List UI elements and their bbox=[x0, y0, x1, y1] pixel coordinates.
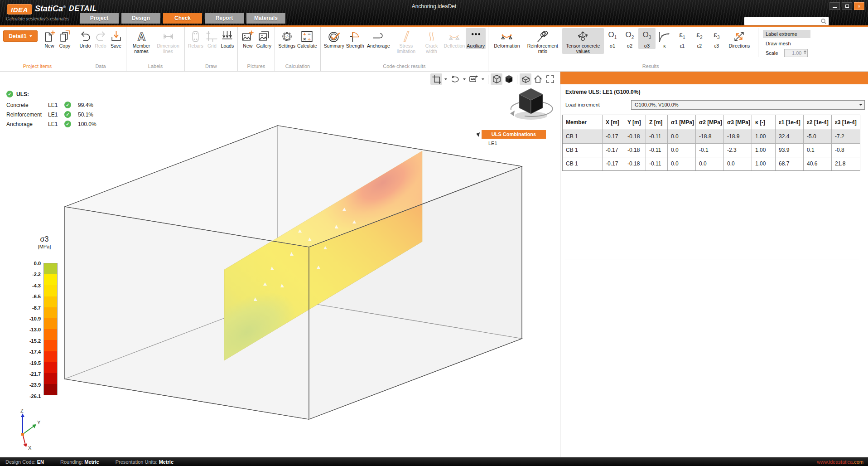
ribbon-item-undo[interactable]: Undo bbox=[77, 28, 93, 49]
detail-selector-button[interactable]: Detail1 bbox=[3, 30, 38, 42]
col-header[interactable]: σ1 [MPa] bbox=[668, 115, 696, 130]
scale-spinner[interactable] bbox=[804, 50, 806, 54]
wireframe-view-button[interactable] bbox=[491, 73, 502, 85]
ribbon-item-calculate[interactable]: +−×÷ Calculate bbox=[296, 28, 318, 49]
legend-band bbox=[44, 384, 57, 395]
col-header[interactable]: Y [m] bbox=[624, 115, 646, 130]
tab-project[interactable]: Project bbox=[80, 13, 119, 24]
table-row[interactable]: CB 1 -0.17 -0.18 -0.11 0.0 -18.8 -18.9 1… bbox=[563, 130, 860, 144]
legend-tick: -19.5 bbox=[17, 360, 41, 366]
section-crop-button[interactable] bbox=[430, 73, 442, 85]
col-header[interactable]: X [m] bbox=[603, 115, 624, 130]
viewport-3d[interactable]: Z Y X bbox=[0, 72, 558, 457]
legend-tick: -2.2 bbox=[17, 272, 41, 277]
legend-tick: -26.1 bbox=[17, 393, 41, 399]
table-cell: -0.11 bbox=[646, 130, 668, 143]
tab-report[interactable]: Report bbox=[205, 13, 244, 24]
ribbon-item-new-picture[interactable]: New bbox=[240, 28, 256, 49]
ribbon-item-strength[interactable]: Strength bbox=[345, 28, 365, 49]
combination-case-label[interactable]: LE1 bbox=[488, 141, 497, 146]
col-header[interactable]: Z [m] bbox=[646, 115, 668, 130]
ribbon-item-kappa[interactable]: κ bbox=[656, 28, 674, 49]
ribbon-item-epsilon3[interactable]: ε3 ε3 bbox=[708, 28, 725, 49]
ribbon-item-new-project[interactable]: New bbox=[42, 28, 57, 49]
uls-row-concrete: Concrete LE1 ✓ 99.4% bbox=[6, 100, 96, 110]
tab-check[interactable]: Check bbox=[163, 13, 202, 24]
ribbon-item-sigma1[interactable]: O1 σ1 bbox=[604, 28, 621, 49]
table-cell: -0.11 bbox=[646, 157, 668, 170]
ribbon-item-settings[interactable]: </> Settings bbox=[277, 28, 296, 49]
section-crop-icon bbox=[432, 74, 441, 84]
ribbon-item-epsilon1[interactable]: ε1 ε1 bbox=[674, 28, 691, 49]
fit-view-button[interactable] bbox=[544, 73, 556, 85]
ribbon-item-copy[interactable]: Copy bbox=[57, 28, 72, 49]
tab-materials[interactable]: Materials bbox=[246, 13, 285, 24]
ribbon-item-deformation[interactable]: Deformation bbox=[491, 28, 523, 49]
calculate-icon: +−×÷ bbox=[300, 29, 314, 44]
ribbon-item-tensor-concrete-values[interactable]: Tensor concrete values bbox=[562, 28, 604, 54]
close-button[interactable]: × bbox=[854, 2, 864, 10]
ribbon-item-anchorage[interactable]: Anchorage bbox=[365, 28, 392, 49]
col-header[interactable]: ε3 [1e-4] bbox=[832, 115, 859, 130]
table-cell: -0.17 bbox=[603, 157, 624, 170]
legend-band bbox=[44, 373, 57, 384]
table-row[interactable]: CB 1 -0.17 -0.18 -0.11 0.0 0.0 0.0 1.00 … bbox=[563, 157, 860, 170]
ribbon-item-member-names[interactable]: A Member names bbox=[129, 28, 154, 54]
ribbon-item-reinforcement-ratio[interactable]: Reinforcement ratio bbox=[523, 28, 562, 54]
clipped-box-button[interactable] bbox=[520, 73, 531, 85]
nav-cube[interactable] bbox=[510, 88, 553, 120]
scale-input[interactable]: 1.00 bbox=[784, 49, 808, 57]
label-extreme-toggle[interactable]: Label extreme bbox=[763, 30, 811, 38]
ribbon-item-directions[interactable]: Directions bbox=[725, 28, 753, 49]
search-input[interactable] bbox=[744, 18, 820, 24]
capture-view-dropdown[interactable] bbox=[480, 73, 486, 85]
legend-tick: -15.2 bbox=[17, 338, 41, 344]
col-header[interactable]: ε2 [1e-4] bbox=[804, 115, 832, 130]
website-link[interactable]: www.ideastatica.com bbox=[817, 459, 863, 465]
table-cell: -5.0 bbox=[804, 130, 832, 143]
minimize-button[interactable] bbox=[829, 2, 840, 10]
table-row[interactable]: CB 1 -0.17 -0.18 -0.11 0.0 -0.1 -2.3 1.0… bbox=[563, 144, 860, 157]
col-header[interactable]: σ3 [MPa] bbox=[724, 115, 752, 130]
table-cell: 0.0 bbox=[724, 157, 752, 170]
ribbon-item-loads[interactable]: Loads bbox=[220, 28, 235, 49]
website-host: www.ideastatica bbox=[817, 459, 853, 465]
group-label: Project items bbox=[0, 63, 75, 71]
col-header[interactable]: Member bbox=[563, 115, 603, 130]
ribbon-item-sigma3[interactable]: O3 σ3 bbox=[638, 28, 656, 49]
uls-case: LE1 bbox=[48, 112, 64, 118]
draw-mesh-toggle[interactable]: Draw mesh bbox=[763, 39, 811, 48]
concrete-block-front bbox=[65, 126, 522, 419]
table-cell: 0.0 bbox=[668, 130, 696, 143]
table-cell: CB 1 bbox=[563, 157, 603, 170]
ribbon-item-gallery[interactable]: Gallery bbox=[256, 28, 272, 49]
viewport-toolbar bbox=[430, 73, 556, 85]
section-crop-dropdown[interactable] bbox=[443, 73, 448, 85]
col-header[interactable]: σ2 [MPa] bbox=[696, 115, 724, 130]
legend-tick: -13.0 bbox=[17, 327, 41, 332]
design-code-value: EN bbox=[37, 459, 44, 465]
table-cell: -0.1 bbox=[696, 144, 724, 157]
ribbon-item-sigma2[interactable]: O2 σ2 bbox=[621, 28, 638, 49]
maximize-button[interactable] bbox=[842, 2, 852, 10]
capture-view-button[interactable] bbox=[468, 73, 479, 85]
stress-limitation-icon bbox=[400, 29, 413, 44]
col-header[interactable]: ε1 [1e-4] bbox=[776, 115, 804, 130]
spin-up-icon bbox=[804, 50, 806, 52]
orbit-dropdown[interactable] bbox=[461, 73, 467, 85]
ribbon-item-summary[interactable]: Summary bbox=[323, 28, 345, 49]
col-header[interactable]: κ [-] bbox=[752, 115, 776, 130]
load-increment-select[interactable]: G100.0%, V100.0% bbox=[631, 100, 865, 110]
ribbon-item-crack-width: Crack width bbox=[420, 28, 443, 54]
check-icon: ✓ bbox=[64, 111, 71, 118]
ribbon-item-auxiliary[interactable]: Auxiliary bbox=[466, 28, 486, 49]
tab-design[interactable]: Design bbox=[121, 13, 160, 24]
design-code-label: Design Code: bbox=[5, 459, 36, 465]
uls-combinations-tag[interactable]: ULS Combinations bbox=[482, 130, 546, 139]
home-view-button[interactable] bbox=[532, 73, 544, 85]
ribbon-item-epsilon2[interactable]: ε2 ε2 bbox=[691, 28, 708, 49]
uls-case: LE1 bbox=[48, 102, 64, 108]
ribbon-item-save[interactable]: Save bbox=[108, 28, 124, 49]
solid-view-button[interactable] bbox=[503, 73, 515, 85]
orbit-button[interactable] bbox=[449, 73, 461, 85]
